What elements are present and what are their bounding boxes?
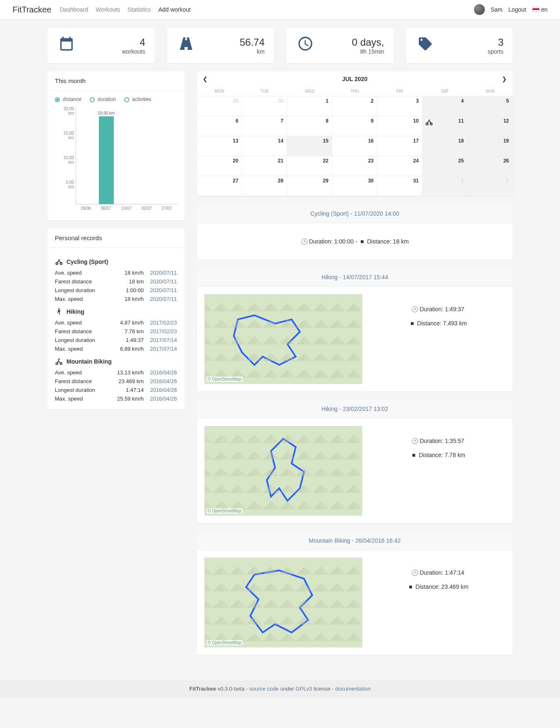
calendar-cell[interactable]: 3 [377, 96, 422, 116]
calendar-cell[interactable]: 18 [422, 136, 468, 156]
chart-control-duration[interactable]: duration [90, 96, 116, 102]
calendar-cell[interactable]: 28 [242, 176, 287, 196]
nav-link-dashboard[interactable]: Dashboard [60, 6, 88, 13]
record-row: Longest duration1:00:002020/07/11 [55, 286, 177, 295]
records-title: Personal records [47, 229, 184, 248]
calendar-cell[interactable]: 8 [287, 116, 332, 136]
record-label: Ave. speed [55, 320, 106, 326]
calendar-cell[interactable]: 2 [332, 96, 378, 116]
record-date-link[interactable]: 2016/04/26 [144, 396, 177, 402]
record-date-link[interactable]: 2020/07/11 [144, 296, 177, 302]
brand[interactable]: FitTrackee [12, 5, 52, 15]
calendar-cell[interactable]: 1 [422, 176, 468, 196]
radio-icon [55, 97, 60, 102]
personal-records-card: Personal records Cycling (Sport)Ave. spe… [47, 229, 184, 409]
record-label: Farest distance [55, 378, 106, 384]
workout-map[interactable]: © OpenStreetMap [204, 426, 362, 516]
sport-header: Hiking [55, 307, 177, 316]
calendar-prev-button[interactable]: ❮ [203, 76, 208, 82]
record-date-link[interactable]: 2016/04/26 [144, 387, 177, 393]
record-date-link[interactable]: 2020/07/11 [144, 270, 177, 276]
calendar-cell[interactable]: 25 [422, 156, 468, 176]
record-label: Max. speed [55, 296, 106, 302]
x-tick: 27/07 [162, 206, 172, 211]
calendar-cell[interactable]: 10 [377, 116, 422, 136]
calendar-cell[interactable]: 14 [242, 136, 287, 156]
calendar-cell[interactable]: 12 [467, 116, 513, 136]
record-value: 7.78 km [106, 328, 144, 334]
calendar-cell[interactable]: 22 [287, 156, 332, 176]
calendar-cell[interactable]: 13 [197, 136, 242, 156]
workout-title-link[interactable]: Hiking - 14/07/2017 15:44 [322, 274, 388, 280]
nav-link-workouts[interactable]: Workouts [96, 6, 120, 13]
record-row: Ave. speed18 km/h2020/07/11 [55, 268, 177, 277]
record-date-link[interactable]: 2020/07/11 [144, 287, 177, 293]
record-date-link[interactable]: 2020/07/11 [144, 278, 177, 285]
calendar-cell[interactable]: 31 [377, 176, 422, 196]
osm-attribution[interactable]: © OpenStreetMap [206, 640, 243, 645]
calendar-next-button[interactable]: ❯ [502, 76, 507, 82]
calendar-cell[interactable]: 5 [467, 96, 513, 116]
workout-title-link[interactable]: Hiking - 23/02/2017 13:02 [322, 406, 388, 412]
record-date-link[interactable]: 2017/07/14 [144, 337, 177, 343]
calendar-cell[interactable]: 26 [467, 156, 513, 176]
calendar-cell[interactable]: 30 [242, 96, 287, 116]
osm-attribution[interactable]: © OpenStreetMap [206, 508, 243, 514]
workout-map[interactable]: © OpenStreetMap [204, 558, 362, 647]
osm-attribution[interactable]: © OpenStreetMap [206, 376, 243, 382]
record-date-link[interactable]: 2016/04/26 [144, 369, 177, 376]
workout-title-link[interactable]: Cycling (Sport) - 11/07/2020 14:00 [310, 210, 399, 217]
stat-card-sports: 3sports [406, 28, 513, 63]
calendar-cell[interactable]: 21 [242, 156, 287, 176]
calendar-cell[interactable]: 7 [242, 116, 287, 136]
calendar-cell[interactable]: 24 [377, 156, 422, 176]
calendar-cell[interactable]: 1 [287, 96, 332, 116]
chart-control-distance[interactable]: distance [55, 96, 81, 102]
calendar-cell[interactable]: 4 [422, 96, 468, 116]
nav-link-statistics[interactable]: Statistics [128, 6, 151, 13]
calendar-cell[interactable]: 15 [287, 136, 332, 156]
nav-logout[interactable]: Logout [508, 6, 526, 13]
workout-distance: ■ Distance: 7.493 km [371, 320, 505, 327]
sport-header: Mountain Biking [55, 357, 177, 366]
record-date-link[interactable]: 2017/07/14 [144, 346, 177, 352]
record-date-link[interactable]: 2017/02/23 [144, 328, 177, 334]
record-row: Max. speed25.59 km/h2016/04/26 [55, 394, 177, 403]
workout-distance: ■ Distance: 23.469 km [371, 583, 505, 590]
calendar-day-header: TUE [242, 86, 287, 96]
calendar-cell[interactable]: 20 [197, 156, 242, 176]
calendar-cell[interactable]: 29 [197, 96, 242, 116]
calendar-cell[interactable]: 23 [332, 156, 378, 176]
nav-link-add-workout[interactable]: Add workout [158, 6, 191, 13]
calendar-cell[interactable]: 2 [467, 176, 513, 196]
calendar-cell[interactable]: 11 [422, 116, 468, 136]
footer-docs-link[interactable]: documentation [335, 686, 371, 692]
footer-source-link[interactable]: source code [249, 686, 279, 692]
calendar-cell[interactable]: 19 [467, 136, 513, 156]
x-tick: 13/07 [121, 206, 131, 211]
workout-distance: ■ Distance: 7.78 km [371, 452, 505, 458]
road-icon: ■ [359, 238, 366, 245]
record-value: 1:47:14 [106, 387, 144, 393]
record-value: 23.469 km [106, 378, 144, 384]
workout-title-link[interactable]: Mountain Biking - 26/04/2016 16:42 [309, 537, 400, 544]
workout-map[interactable]: © OpenStreetMap [204, 294, 362, 384]
calendar-cell[interactable]: 17 [377, 136, 422, 156]
calendar-cell[interactable]: 27 [197, 176, 242, 196]
calendar-cell[interactable]: 29 [287, 176, 332, 196]
record-date-link[interactable]: 2017/02/23 [144, 320, 177, 326]
lang-switch[interactable]: en [532, 6, 548, 13]
calendar-cell[interactable]: 16 [332, 136, 378, 156]
chart-control-activities[interactable]: activities [124, 96, 151, 102]
calendar-cell[interactable]: 9 [332, 116, 378, 136]
record-date-link[interactable]: 2016/04/26 [144, 378, 177, 384]
footer-license-link[interactable]: GPLv3 [296, 686, 312, 692]
stat-value: 3 [442, 37, 504, 48]
record-label: Longest duration [55, 337, 106, 343]
calendar-cell[interactable]: 6 [197, 116, 242, 136]
radio-icon [124, 97, 129, 102]
calendar-cell[interactable]: 30 [332, 176, 378, 196]
avatar[interactable] [474, 4, 485, 15]
x-tick: 20/07 [141, 206, 152, 211]
nav-username[interactable]: Sam [491, 6, 503, 13]
